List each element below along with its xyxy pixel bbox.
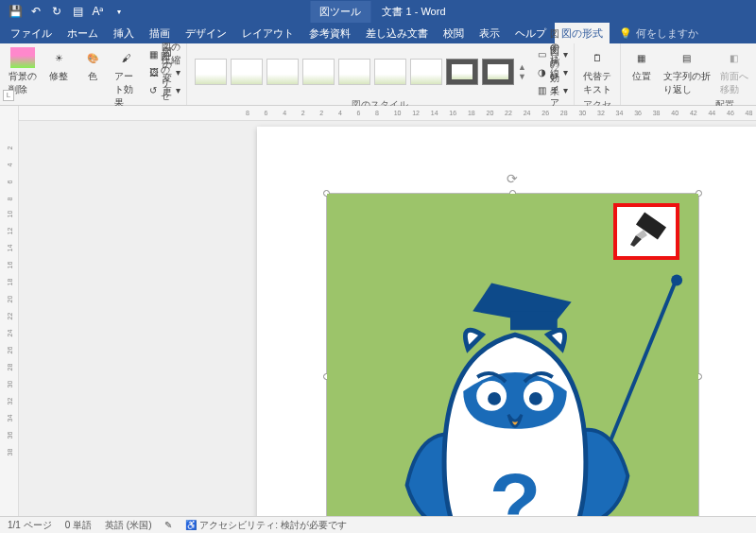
style-thumb[interactable] [338,59,370,85]
status-proof-icon[interactable]: ✎ [164,520,172,530]
tab-design[interactable]: デザイン [179,23,233,44]
piclayout-button[interactable]: ▥図のレイアウト ▾ [538,81,568,98]
tab-home[interactable]: ホーム [60,23,105,44]
redo-icon[interactable]: ↻ [49,4,64,19]
style-gallery[interactable]: ▲▼ [193,55,528,89]
alt-text-icon: 🗒 [585,47,610,68]
svg-rect-1 [510,311,558,330]
font-icon[interactable]: Aᵃ [91,4,106,19]
marker-icon [623,211,670,252]
reset-button[interactable]: ↺図のリセット ▾ [149,81,180,98]
quick-access-toolbar: 💾 ↶ ↻ ▤ Aᵃ ▾ [0,4,127,19]
tab-help[interactable]: ヘルプ [508,23,553,44]
tab-picture-format[interactable]: 図の形式 [555,23,610,44]
horizontal-ruler: 8642246810121416182022242628303234363840… [19,106,756,121]
ribbon: 背景の 削除 ☀修整 🎨色 🖌アート効果 ▦図の圧縮 🖼図の変更 ▾ ↺図のリセ… [0,43,756,106]
remove-bg-button[interactable]: 背景の 削除 [6,45,40,112]
style-thumb[interactable] [231,59,263,85]
vertical-ruler: 2468101214161820222426283032343638 [0,106,19,516]
effects-icon: ◑ [538,67,546,77]
position-button[interactable]: ▦位置 [627,45,657,98]
color-button[interactable]: 🎨色 [77,45,108,112]
title-bar: 💾 ↶ ↻ ▤ Aᵃ ▾ 図ツール 文書 1 - Word [0,0,756,23]
tab-view[interactable]: 表示 [472,23,507,44]
group-adjust: 背景の 削除 ☀修整 🎨色 🖌アート効果 ▦図の圧縮 🖼図の変更 ▾ ↺図のリセ… [0,43,187,105]
status-lang[interactable]: 英語 (米国) [105,519,151,532]
alt-text-button[interactable]: 🗒代替テ キスト [580,45,614,98]
style-thumb[interactable] [266,59,299,85]
qat-more-icon[interactable]: ▾ [112,4,127,19]
svg-text:?: ? [490,456,541,516]
rotate-handle-icon[interactable]: ⟳ [507,171,518,186]
border-icon: ▭ [538,49,546,60]
tab-layout[interactable]: レイアウト [235,23,301,44]
group-accessibility: 🗒代替テ キスト アクセシ [575,43,621,105]
ribbon-tabs: ファイル ホーム 挿入 描画 デザイン レイアウト 参考資料 差し込み文書 校閲… [0,23,756,43]
style-thumb[interactable] [302,59,335,85]
style-thumb[interactable] [410,59,442,85]
tell-me[interactable]: 💡何をしますか [611,26,698,41]
page[interactable]: ⟳ [257,127,756,516]
style-thumb[interactable] [374,59,406,85]
tab-insert[interactable]: 挿入 [107,23,141,44]
wrap-button[interactable]: ▤文字列の折 り返し [661,45,713,98]
group-styles: ▲▼ ▭図の枠線 ▾ ◑図の効果 ▾ ▥図のレイアウト ▾ 図のスタイル [187,43,575,105]
compress-icon: ▦ [149,49,158,60]
tab-review[interactable]: 校閲 [437,23,471,44]
workspace: 2468101214161820222426283032343638 86422… [0,106,756,516]
reset-icon: ↺ [149,85,157,95]
artistic-icon: 🖌 [114,47,139,68]
tab-file[interactable]: ファイル [4,23,59,44]
piclayout-icon: ▥ [538,85,546,95]
svg-point-7 [529,392,542,405]
tab-references[interactable]: 参考資料 [302,23,357,44]
picture-content: ? [327,194,698,516]
picture-selection[interactable]: ⟳ [326,193,699,516]
remove-bg-icon [10,47,35,68]
status-accessibility[interactable]: ♿ アクセシビリティ: 検討が必要です [185,519,346,532]
doc-title: 文書 1 - Word [382,5,445,19]
forward-icon: ◧ [722,47,747,68]
status-bar: 1/1 ページ 0 単語 英語 (米国) ✎ ♿ アクセシビリティ: 検討が必要… [0,516,756,533]
tab-mailings[interactable]: 差し込み文書 [359,23,435,44]
wrap-icon: ▤ [675,47,699,68]
change-icon: 🖼 [149,67,159,77]
forward-button[interactable]: ◧前面へ 移動 [717,45,751,98]
color-icon: 🎨 [80,47,105,68]
status-words[interactable]: 0 単語 [65,519,92,532]
highlight-box [613,203,679,260]
status-page[interactable]: 1/1 ページ [8,519,52,532]
style-thumb[interactable] [446,59,478,85]
lightbulb-icon: 💡 [619,27,632,40]
group-arrange: ▦位置 ▤文字列の折 り返し ◧前面へ 移動 ◨背面へ 移動 ▭オブ 選択 配置 [621,43,756,105]
context-tab: 図ツール [310,1,370,23]
document-area[interactable]: 8642246810121416182022242628303234363840… [19,106,756,516]
home-icon[interactable]: ▤ [70,4,85,19]
nav-toggle[interactable]: L [3,90,14,101]
style-thumb[interactable] [482,59,514,85]
gallery-more-icon[interactable]: ▲▼ [518,62,526,81]
undo-icon[interactable]: ↶ [28,4,43,19]
save-icon[interactable]: 💾 [8,4,23,19]
corrections-button[interactable]: ☀修整 [43,45,74,112]
svg-point-5 [488,392,501,405]
corrections-icon: ☀ [46,47,71,68]
svg-point-3 [671,275,682,286]
style-thumb[interactable] [195,59,227,85]
position-icon: ▦ [629,47,654,68]
artistic-button[interactable]: 🖌アート効果 [112,45,142,112]
